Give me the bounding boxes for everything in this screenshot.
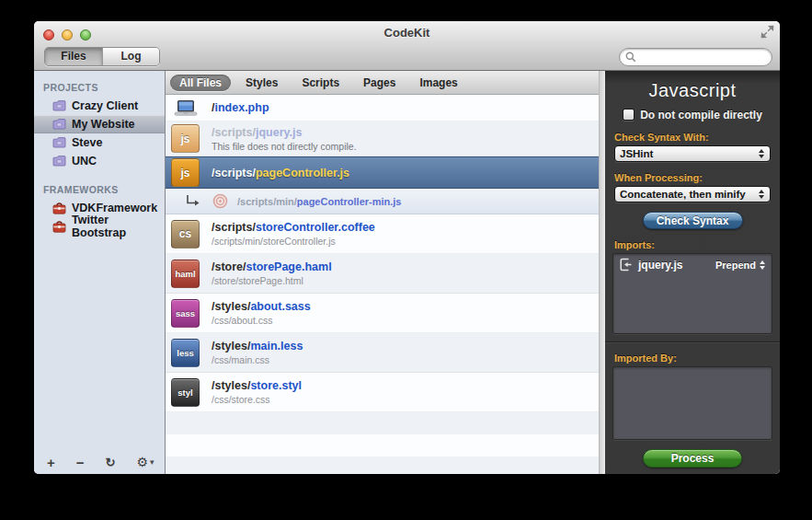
caret-down-icon: ▾ xyxy=(150,457,154,467)
tab-scripts[interactable]: Scripts xyxy=(292,75,349,91)
file-path-prefix: /scripts/ xyxy=(212,167,256,179)
sidebar-sections: PROJECTSCrazy ClientMy WebsiteSteveUNCFR… xyxy=(34,71,165,450)
stepper-arrows-icon xyxy=(758,148,765,159)
gear-icon: ⚙ xyxy=(136,455,148,469)
tab-all-files[interactable]: All Files xyxy=(170,75,231,91)
file-path-prefix: /store/ xyxy=(212,260,246,273)
stepper-arrows-icon xyxy=(758,189,765,200)
empty-row-stripe xyxy=(166,456,599,474)
when-processing-select[interactable]: Concatenate, then minify xyxy=(614,186,771,202)
imported-by-label: Imported By: xyxy=(614,352,771,364)
filetype-badge-js: js xyxy=(171,124,200,153)
segment-files[interactable]: Files xyxy=(45,48,102,65)
sidebar-item-unc[interactable]: UNC xyxy=(34,152,165,170)
app-window: CodeKit FilesLog PROJECTSCrazy ClientMy … xyxy=(34,21,780,474)
fullscreen-icon[interactable] xyxy=(761,25,775,40)
file-path-prefix: /scripts/ xyxy=(212,126,256,139)
tab-styles[interactable]: Styles xyxy=(236,75,287,91)
file-row-index-php[interactable]: /index.php xyxy=(166,95,599,121)
file-row-about-sass[interactable]: sass/styles/about.sass/css/about.css xyxy=(166,294,599,333)
file-row-main-less[interactable]: less/styles/main.less/css/main.css xyxy=(166,333,599,373)
output-arrow-icon xyxy=(186,195,200,207)
file-rows: /index.phpjs/scripts/jquery.jsThis file … xyxy=(166,95,605,474)
folder-icon xyxy=(52,137,66,148)
file-name: storePage.haml xyxy=(246,260,332,273)
file-path-prefix: /scripts/min/ xyxy=(237,196,297,207)
check-syntax-label: Check Syntax With: xyxy=(614,132,771,143)
sidebar-item-label: UNC xyxy=(72,155,97,168)
file-name: about.sass xyxy=(250,300,310,313)
file-row-pagecontroller-min-js[interactable]: /scripts/min/pageController-min.js xyxy=(166,189,599,214)
sidebar-item-crazy-client[interactable]: Crazy Client xyxy=(34,97,165,115)
folder-icon xyxy=(52,100,66,111)
settings-menu-button[interactable]: ⚙ ▾ xyxy=(136,455,154,469)
file-path-prefix: /styles/ xyxy=(212,340,250,352)
folder-icon xyxy=(52,119,66,130)
file-subtitle: /css/main.css xyxy=(212,354,303,365)
sidebar-section-frameworks: FRAMEWORKSVDKFrameworkTwitter Bootstrap xyxy=(34,184,165,236)
file-row-jquery-js[interactable]: js/scripts/jquery.jsThis file does not d… xyxy=(166,121,599,156)
check-syntax-select[interactable]: JSHint xyxy=(614,145,771,162)
filetype-badge-less: less xyxy=(171,339,200,367)
file-path-prefix: /styles/ xyxy=(212,300,250,313)
toolbox-icon xyxy=(52,202,66,214)
import-name: jquery.js xyxy=(638,259,682,272)
sidebar-item-my-website[interactable]: My Website xyxy=(34,115,165,133)
main-content: PROJECTSCrazy ClientMy WebsiteSteveUNCFR… xyxy=(34,71,780,474)
file-row-pagecontroller-js[interactable]: js/scripts/pageController.js xyxy=(166,156,599,189)
compile-checkbox[interactable] xyxy=(623,109,635,121)
imports-label: Imports: xyxy=(614,239,771,250)
tab-images[interactable]: Images xyxy=(410,75,466,91)
filetype-badge-styl: styl xyxy=(171,378,200,407)
check-syntax-value: JSHint xyxy=(620,148,758,159)
filetype-badge-js: js xyxy=(171,158,200,187)
sidebar-item-label: My Website xyxy=(72,118,135,131)
check-syntax-button[interactable]: Check Syntax xyxy=(643,212,743,229)
file-name: pageController-min.js xyxy=(297,196,402,207)
file-list-pane: All FilesStylesScriptsPagesImages /index… xyxy=(166,71,605,474)
remove-project-button[interactable]: − xyxy=(76,456,85,469)
sidebar-item-twitter-bootstrap[interactable]: Twitter Bootstrap xyxy=(34,217,165,236)
empty-row-stripe xyxy=(166,412,599,434)
sidebar-section-projects: PROJECTSCrazy ClientMy WebsiteSteveUNC xyxy=(34,82,165,170)
search-input[interactable] xyxy=(636,51,772,64)
search-icon xyxy=(625,52,636,63)
section-divider xyxy=(605,341,780,342)
file-subtitle: /css/about.css xyxy=(212,315,311,326)
filetype-badge-sass: sass xyxy=(171,299,200,328)
file-name: pageController.js xyxy=(256,167,349,179)
titlebar-toolbar: CodeKit FilesLog xyxy=(34,21,780,71)
sidebar-item-steve[interactable]: Steve xyxy=(34,133,165,152)
bullseye-icon xyxy=(212,193,228,209)
filetype-badge-cs: cs xyxy=(171,220,200,248)
add-project-button[interactable]: + xyxy=(47,456,55,469)
refresh-button[interactable]: ↻ xyxy=(106,456,116,468)
file-row-store-styl[interactable]: styl/styles/store.styl/css/store.css xyxy=(166,373,599,412)
file-row-storecontroller-coffee[interactable]: cs/scripts/storeController.coffee/script… xyxy=(166,214,599,254)
inspector-title: Javascript xyxy=(614,79,771,101)
file-subtitle: This file does not directly compile. xyxy=(212,141,357,152)
imports-list: jquery.jsPrepend xyxy=(612,253,772,334)
file-path-prefix: /scripts/ xyxy=(212,221,256,234)
import-row-jquery-js[interactable]: jquery.jsPrepend xyxy=(613,254,772,275)
tab-pages[interactable]: Pages xyxy=(354,75,405,91)
sidebar-footer: + − ↻ ⚙ ▾ xyxy=(34,450,165,474)
scrollbar-track[interactable] xyxy=(599,71,605,474)
sidebar-section-header: FRAMEWORKS xyxy=(34,184,165,199)
file-name: jquery.js xyxy=(256,126,302,139)
when-processing-label: When Processing: xyxy=(614,172,771,183)
import-icon xyxy=(619,258,633,272)
segment-log[interactable]: Log xyxy=(102,48,159,65)
sidebar-item-label: Crazy Client xyxy=(72,99,138,112)
process-button[interactable]: Process xyxy=(643,449,742,468)
stepper-arrows-icon xyxy=(759,260,766,271)
when-processing-value: Concatenate, then minify xyxy=(620,189,758,200)
file-subtitle: /css/store.css xyxy=(212,394,302,405)
sidebar-item-label: Steve xyxy=(72,136,102,149)
search-field[interactable] xyxy=(619,48,772,66)
import-mode-stepper[interactable]: Prepend xyxy=(715,260,766,271)
file-row-storepage-haml[interactable]: haml/store/storePage.haml/store/storePag… xyxy=(166,254,599,294)
file-subtitle: /scripts/min/storeController.js xyxy=(212,236,375,247)
file-subtitle: /store/storePage.html xyxy=(212,275,332,286)
sidebar-item-label: Twitter Bootstrap xyxy=(72,214,165,239)
